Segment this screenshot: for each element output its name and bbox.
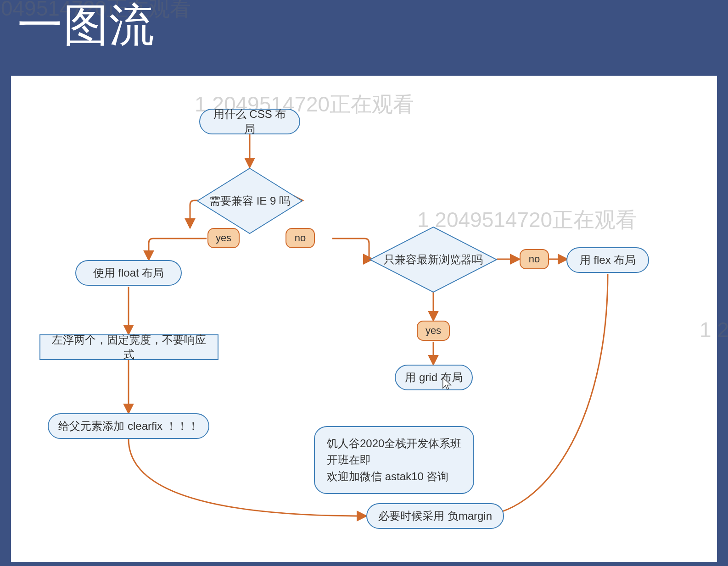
node-flex: 用 flex 布局 <box>566 247 649 273</box>
node-float: 使用 float 布局 <box>75 260 182 286</box>
label-yes-1: yes <box>207 228 240 248</box>
label-yes-2: yes <box>417 321 450 341</box>
info-box: 饥人谷2020全栈开发体系班 开班在即 欢迎加微信 astak10 咨询 <box>314 426 474 494</box>
node-decision-ie9: 需要兼容 IE 9 吗 <box>196 167 303 234</box>
node-grid: 用 grid 布局 <box>395 365 473 390</box>
node-float-note: 左浮两个，固定宽度，不要响应式 <box>39 334 218 360</box>
label-no-1: no <box>286 228 315 248</box>
slide-title: 一图流 <box>17 0 155 56</box>
node-clearfix: 给父元素添加 clearfix ！！！ <box>48 413 209 439</box>
label-no-2: no <box>520 249 549 269</box>
node-start: 用什么 CSS 布局 <box>199 109 300 134</box>
node-margin: 必要时候采用 负margin <box>366 503 504 529</box>
node-decision-latest: 只兼容最新浏览器吗 <box>369 226 498 293</box>
diagram-canvas: 1 2049514720正在观看 1 2049514720正在观看 1 2049… <box>11 76 717 562</box>
